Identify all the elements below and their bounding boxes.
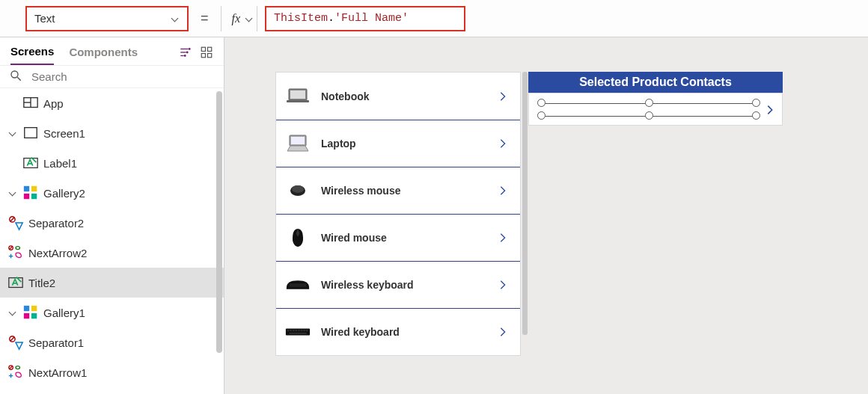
gallery-item[interactable]: Wireless mouse <box>276 167 520 214</box>
product-image <box>285 180 311 201</box>
gallery-item[interactable]: Laptop <box>276 120 520 167</box>
product-image <box>285 321 311 342</box>
svg-rect-7 <box>208 47 212 51</box>
gallery-item[interactable]: Wired keyboard <box>276 308 520 355</box>
svg-rect-44 <box>291 137 305 144</box>
canvas: Notebook Laptop <box>224 37 868 394</box>
tree-label: Gallery1 <box>43 307 85 319</box>
selection-handle[interactable] <box>752 111 760 120</box>
svg-line-11 <box>17 77 21 81</box>
tree-item-separator1[interactable]: Separator1 <box>0 327 224 357</box>
fx-box[interactable]: fx <box>221 6 258 31</box>
svg-rect-53 <box>290 330 292 331</box>
tree-item-title2[interactable]: Title2 <box>0 268 224 298</box>
selection-handle[interactable] <box>537 111 545 120</box>
svg-rect-6 <box>201 47 205 51</box>
chevron-down-icon <box>245 14 254 23</box>
contacts-header-label: Selected Product Contacts <box>528 72 783 93</box>
selection-handle[interactable] <box>537 99 545 107</box>
tree-scrollbar[interactable] <box>216 91 222 353</box>
tree-label: Screen1 <box>43 127 85 140</box>
gallery-scrollbar[interactable] <box>522 72 528 335</box>
svg-rect-33 <box>24 313 29 318</box>
svg-rect-58 <box>303 330 305 331</box>
product-image <box>285 86 311 107</box>
next-arrow-icon[interactable] <box>495 230 511 246</box>
svg-rect-19 <box>24 186 29 191</box>
next-arrow-icon[interactable] <box>495 182 511 199</box>
separator-icon <box>7 334 24 351</box>
svg-rect-54 <box>293 330 295 331</box>
gallery-item-title: Wired mouse <box>321 232 387 244</box>
icon-control-icon <box>7 244 24 261</box>
tree-search-input[interactable] <box>30 70 215 84</box>
gallery-item[interactable]: Notebook <box>276 73 520 120</box>
next-arrow-icon[interactable] <box>495 277 511 293</box>
screen-icon <box>22 125 39 141</box>
filter-icon[interactable] <box>179 46 192 61</box>
tree-search[interactable] <box>0 65 224 88</box>
svg-rect-56 <box>298 330 300 331</box>
tree-item-nextarrow1[interactable]: NextArrow1 <box>0 357 224 387</box>
next-arrow-icon[interactable] <box>762 102 777 117</box>
grid-view-icon[interactable] <box>200 46 213 61</box>
svg-rect-41 <box>290 90 305 99</box>
product-image <box>285 274 311 295</box>
svg-rect-9 <box>208 54 212 58</box>
gallery-icon <box>22 304 39 321</box>
svg-rect-20 <box>31 186 37 191</box>
svg-rect-52 <box>287 330 290 331</box>
chevron-down-icon[interactable] <box>7 128 18 138</box>
svg-point-3 <box>189 49 191 50</box>
tree-label: Title2 <box>28 277 55 289</box>
tab-components[interactable]: Components <box>69 43 138 64</box>
tree-tabs: Screens Components <box>0 37 224 65</box>
chevron-down-icon[interactable] <box>7 188 18 198</box>
gallery1[interactable]: Notebook Laptop <box>275 72 521 356</box>
next-arrow-icon[interactable] <box>495 88 511 105</box>
tree-label: Gallery2 <box>43 187 85 200</box>
chevron-down-icon[interactable] <box>7 307 18 318</box>
tree-item-label1[interactable]: Label1 <box>0 148 224 178</box>
gallery-item-title: Wired keyboard <box>321 326 400 338</box>
tree-item-gallery1[interactable]: Gallery1 Separator1 <box>0 298 224 387</box>
tree-label: Separator1 <box>28 336 84 349</box>
svg-point-5 <box>185 55 186 57</box>
gallery-item[interactable]: Wireless keyboard <box>276 261 520 308</box>
tab-screens[interactable]: Screens <box>10 42 54 65</box>
selection-handle[interactable] <box>645 99 653 107</box>
svg-point-49 <box>296 231 299 236</box>
svg-rect-51 <box>286 329 310 336</box>
gallery2-template[interactable] <box>528 93 783 126</box>
svg-rect-34 <box>31 313 37 318</box>
tree-view-panel: Screens Components <box>0 37 224 394</box>
svg-rect-55 <box>295 330 297 331</box>
tree-item-gallery2[interactable]: Gallery2 Separator2 <box>0 178 224 298</box>
svg-rect-31 <box>24 306 29 311</box>
gallery-item[interactable]: Wired mouse <box>276 214 520 261</box>
svg-rect-32 <box>31 306 37 311</box>
selection-handle[interactable] <box>645 111 653 120</box>
svg-rect-50 <box>290 283 307 287</box>
tree-item-nextarrow2[interactable]: NextArrow2 <box>0 238 224 268</box>
property-selector[interactable]: Text <box>25 6 189 31</box>
property-selector-label: Text <box>34 12 55 25</box>
svg-rect-22 <box>31 194 37 199</box>
tree-item-separator2[interactable]: Separator2 <box>0 208 224 238</box>
svg-rect-21 <box>24 194 29 199</box>
search-icon <box>9 69 22 84</box>
svg-rect-59 <box>306 330 308 331</box>
next-arrow-icon[interactable] <box>495 135 511 152</box>
formula-input[interactable]: ThisItem.'Full Name' <box>265 6 465 31</box>
svg-line-24 <box>10 218 15 222</box>
next-arrow-icon[interactable] <box>495 324 511 340</box>
formula-token-dot: . <box>328 12 334 25</box>
tree-item-app[interactable]: App <box>0 88 224 118</box>
chevron-down-icon <box>171 14 180 23</box>
gallery-item-title: Wireless mouse <box>321 185 400 197</box>
product-image <box>285 227 311 248</box>
icon-control-icon <box>7 364 24 381</box>
tree-item-screen1[interactable]: Screen1 Label1 <box>0 118 224 387</box>
formula-token-field: 'Full Name' <box>334 12 409 25</box>
selection-handle[interactable] <box>752 99 760 107</box>
